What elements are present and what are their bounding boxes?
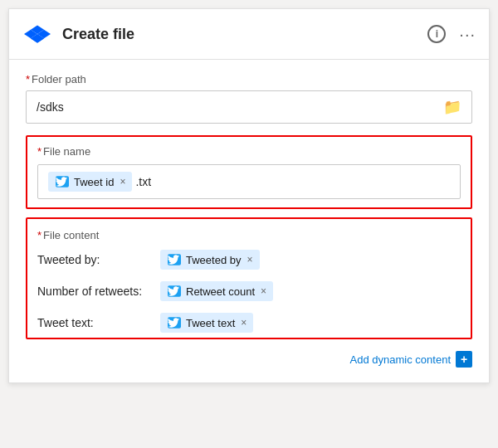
tweet-text-close[interactable]: × — [241, 317, 247, 329]
add-dynamic-content: Add dynamic content + — [26, 344, 472, 369]
tweeted-by-token-label: Tweeted by — [186, 254, 242, 266]
tweet-id-token[interactable]: Tweet id × — [48, 172, 132, 192]
file-content-section: *File content Tweeted by: Tweeted by — [26, 217, 472, 339]
content-rows: Tweeted by: Tweeted by × N — [37, 250, 461, 333]
body: *Folder path /sdks 📁 *File name — [9, 60, 489, 382]
twitter-bird-icon-2 — [167, 252, 182, 267]
folder-path-input[interactable]: /sdks 📁 — [26, 90, 472, 124]
tweeted-by-token[interactable]: Tweeted by × — [160, 250, 260, 270]
folder-path-label: *Folder path — [26, 73, 472, 85]
folder-path-value: /sdks — [37, 100, 64, 114]
add-dynamic-label[interactable]: Add dynamic content — [350, 353, 451, 366]
file-name-required: * — [37, 145, 42, 158]
header-icons: i ··· — [427, 25, 476, 44]
add-dynamic-icon[interactable]: + — [456, 351, 472, 368]
info-icon[interactable]: i — [427, 25, 446, 43]
folder-browse-icon[interactable]: 📁 — [443, 98, 461, 116]
file-name-suffix: .txt — [135, 175, 151, 188]
header-title: Create file — [62, 26, 427, 43]
tweet-text-token-label: Tweet text — [186, 317, 235, 329]
tweet-id-close[interactable]: × — [120, 176, 125, 187]
folder-path-required: * — [26, 73, 30, 85]
tweet-text-label: Tweet text: — [37, 316, 154, 329]
twitter-bird-icon — [55, 174, 70, 189]
file-name-label: *File name — [37, 145, 461, 158]
header: Create file i ··· — [9, 9, 489, 60]
create-file-card: Create file i ··· *Folder path /sdks 📁 *… — [8, 8, 490, 383]
more-options-icon[interactable]: ··· — [459, 25, 476, 44]
retweet-count-token-label: Retweet count — [186, 285, 255, 298]
retweet-count-token[interactable]: Retweet count × — [160, 281, 273, 301]
file-content-label: *File content — [37, 229, 461, 241]
file-name-section: *File name Tweet id × .txt — [26, 135, 472, 209]
file-name-input[interactable]: Tweet id × .txt — [37, 164, 461, 199]
file-name-token-row: Tweet id × .txt — [48, 172, 151, 192]
twitter-bird-icon-4 — [167, 315, 182, 330]
dropbox-icon — [22, 19, 52, 49]
tweet-text-token[interactable]: Tweet text × — [160, 313, 253, 333]
tweet-id-label: Tweet id — [74, 176, 114, 188]
tweeted-by-close[interactable]: × — [247, 254, 253, 265]
twitter-bird-icon-3 — [167, 284, 182, 299]
retweet-count-row: Number of retweets: Retweet count × — [37, 281, 461, 301]
tweet-text-row: Tweet text: Tweet text × — [37, 313, 461, 333]
tweeted-by-row: Tweeted by: Tweeted by × — [37, 250, 461, 270]
retweet-count-label: Number of retweets: — [37, 285, 154, 298]
file-content-required: * — [37, 229, 42, 241]
tweeted-by-label: Tweeted by: — [37, 253, 154, 266]
retweet-count-close[interactable]: × — [261, 285, 266, 297]
